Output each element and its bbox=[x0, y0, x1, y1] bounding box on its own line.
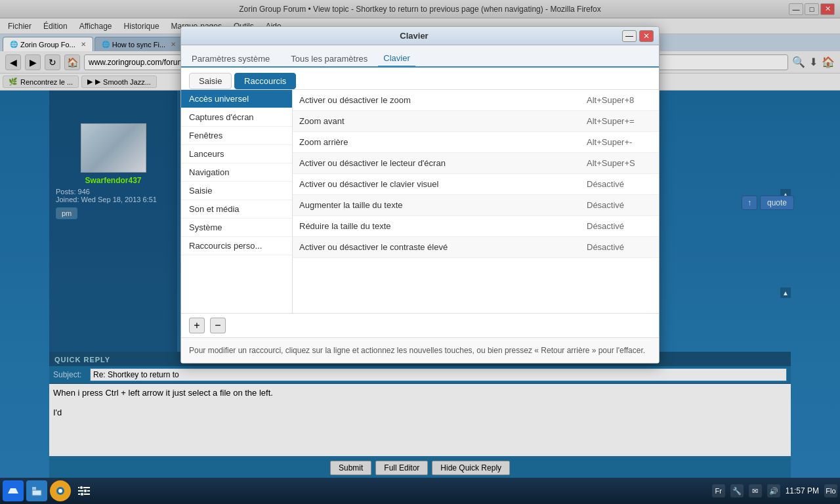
shortcut-row-6[interactable]: Réduire la taille du texte Désactivé bbox=[293, 216, 659, 237]
shortcut-key-0: Alt+Super+8 bbox=[580, 93, 659, 108]
remove-shortcut-button[interactable]: − bbox=[210, 318, 226, 333]
taskbar-lang-indicator[interactable]: Fr bbox=[712, 484, 725, 497]
browser-icon[interactable] bbox=[50, 480, 71, 501]
shortcut-desc-7: Activer ou désactiver le contraste élevé bbox=[293, 240, 580, 255]
shortcut-desc-5: Augmenter la taille du texte bbox=[293, 198, 580, 213]
tab-raccourcis[interactable]: Raccourcis bbox=[234, 73, 296, 89]
category-raccourcis-perso[interactable]: Raccourcis perso... bbox=[181, 237, 292, 255]
taskbar-volume-icon[interactable]: 🔊 bbox=[767, 484, 780, 497]
taskbar-tool-icon[interactable]: 🔧 bbox=[730, 484, 744, 497]
shortcut-key-4: Désactivé bbox=[580, 177, 659, 192]
svg-marker-0 bbox=[8, 488, 18, 494]
categories-panel: Accès universel Captures d'écran Fenêtre… bbox=[181, 90, 293, 313]
taskbar: Fr 🔧 ✉ 🔊 11:57 PM Flo bbox=[0, 478, 840, 504]
taskbar-time: 11:57 PM bbox=[786, 486, 819, 495]
lang-label: Fr bbox=[715, 487, 721, 495]
shortcut-key-3: Alt+Super+S bbox=[580, 156, 659, 171]
svg-point-11 bbox=[81, 493, 84, 496]
add-shortcut-button[interactable]: + bbox=[189, 318, 205, 333]
svg-rect-1 bbox=[32, 487, 36, 490]
shortcut-key-5: Désactivé bbox=[580, 198, 659, 213]
saisie-raccourcis-tabs: Saisie Raccourcis bbox=[181, 68, 659, 90]
dialog-content: Saisie Raccourcis Accès universel Captur… bbox=[181, 68, 659, 363]
dialog-overlay: Clavier — ✕ Paramètres système Tous les … bbox=[0, 0, 840, 478]
shortcut-row-4[interactable]: Activer ou désactiver le clavier visuel … bbox=[293, 174, 659, 195]
shortcut-desc-4: Activer ou désactiver le clavier visuel bbox=[293, 177, 580, 192]
shortcut-row-1[interactable]: Zoom avant Alt+Super+= bbox=[293, 111, 659, 132]
shortcut-desc-1: Zoom avant bbox=[293, 114, 580, 129]
category-lanceurs[interactable]: Lanceurs bbox=[181, 145, 292, 163]
shortcut-key-7: Désactivé bbox=[580, 240, 659, 255]
dialog-title: Clavier bbox=[206, 31, 622, 41]
category-saisie[interactable]: Saisie bbox=[181, 182, 292, 200]
shortcut-row-0[interactable]: Activer ou désactiver le zoom Alt+Super+… bbox=[293, 90, 659, 111]
zorin-icon[interactable] bbox=[3, 480, 24, 501]
shortcut-key-6: Désactivé bbox=[580, 219, 659, 234]
svg-point-9 bbox=[80, 486, 83, 490]
shortcut-key-2: Alt+Super+- bbox=[580, 135, 659, 150]
tab-saisie[interactable]: Saisie bbox=[189, 73, 232, 89]
shortcut-desc-2: Zoom arrière bbox=[293, 135, 580, 150]
shortcut-row-3[interactable]: Activer ou désactiver le lecteur d'écran… bbox=[293, 153, 659, 174]
shortcut-info-text: Pour modifier un raccourci, cliquez sur … bbox=[181, 337, 659, 363]
dialog-title-bar: Clavier — ✕ bbox=[181, 27, 659, 45]
category-fenetres[interactable]: Fenêtres bbox=[181, 127, 292, 145]
shortcut-desc-0: Activer ou désactiver le zoom bbox=[293, 93, 580, 108]
shortcut-row-5[interactable]: Augmenter la taille du texte Désactivé bbox=[293, 195, 659, 216]
shortcut-action-bar: + − bbox=[181, 313, 659, 337]
dialog-controls: — ✕ bbox=[622, 30, 654, 42]
files-icon[interactable] bbox=[26, 480, 47, 501]
dialog-close-button[interactable]: ✕ bbox=[639, 30, 654, 42]
category-captures-ecran[interactable]: Captures d'écran bbox=[181, 108, 292, 127]
shortcut-desc-3: Activer ou désactiver le lecteur d'écran bbox=[293, 156, 580, 171]
category-acces-universel[interactable]: Accès universel bbox=[181, 90, 292, 108]
shortcut-row-2[interactable]: Zoom arrière Alt+Super+- bbox=[293, 132, 659, 153]
svg-rect-2 bbox=[32, 490, 41, 495]
settings-icon[interactable] bbox=[74, 480, 94, 501]
shortcut-row-7[interactable]: Activer ou désactiver le contraste élevé… bbox=[293, 237, 659, 258]
shortcut-desc-6: Réduire la taille du texte bbox=[293, 219, 580, 234]
taskbar-right: Fr 🔧 ✉ 🔊 11:57 PM Flo bbox=[712, 484, 837, 497]
svg-point-10 bbox=[84, 490, 87, 493]
clavier-dialog: Clavier — ✕ Paramètres système Tous les … bbox=[180, 26, 660, 364]
taskbar-user-indicator[interactable]: Flo bbox=[824, 484, 837, 497]
dialog-nav: Paramètres système Tous les paramètres C… bbox=[181, 45, 659, 68]
category-son-media[interactable]: Son et média bbox=[181, 200, 292, 219]
system-settings-label: Paramètres système bbox=[192, 54, 270, 64]
dialog-minimize-button[interactable]: — bbox=[622, 30, 637, 42]
shortcuts-panel: Activer ou désactiver le zoom Alt+Super+… bbox=[293, 90, 659, 313]
svg-point-5 bbox=[58, 489, 62, 493]
keyboard-link[interactable]: Clavier bbox=[378, 51, 415, 68]
category-systeme[interactable]: Système bbox=[181, 219, 292, 237]
shortcut-key-1: Alt+Super+= bbox=[580, 114, 659, 129]
category-navigation[interactable]: Navigation bbox=[181, 163, 292, 182]
dialog-panels: Accès universel Captures d'écran Fenêtre… bbox=[181, 90, 659, 313]
taskbar-mail-icon[interactable]: ✉ bbox=[749, 484, 762, 497]
all-settings-link[interactable]: Tous les paramètres bbox=[285, 51, 373, 66]
